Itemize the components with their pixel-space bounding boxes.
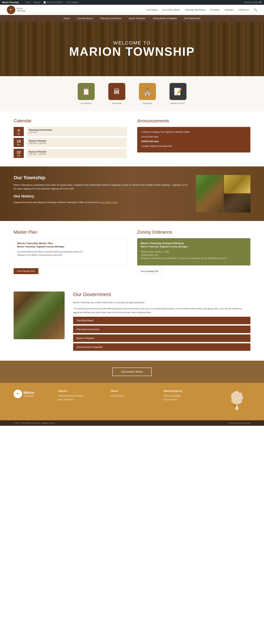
icon-item-form[interactable]: 📝 Need a Form? bbox=[169, 83, 186, 104]
admin-new[interactable]: + New bbox=[25, 1, 30, 4]
master-plan-desc1: Recommended by the Marion Township Plann… bbox=[17, 250, 124, 254]
zoning-card-title: Marion Township Zoning Ordinance bbox=[141, 242, 247, 245]
govt-btn-board-of-review[interactable]: Board of Review bbox=[73, 334, 250, 342]
calendar-title: Calendar bbox=[14, 118, 127, 124]
footer-policies: Website Policies ADA Accessibility Priva… bbox=[163, 390, 206, 414]
nav-cemetery[interactable]: Cemetery bbox=[210, 8, 220, 11]
bottom-bar: © 2015 - 2025 Marion Township, Saginaw C… bbox=[0, 420, 264, 426]
master-plan-card-title: Marion Township Master Plan bbox=[17, 242, 124, 245]
form-icon-box: 📝 bbox=[169, 83, 186, 100]
government-heading: Our Government bbox=[73, 292, 250, 297]
master-plan-pdf-button[interactable]: Print Friendly PDF bbox=[14, 268, 38, 274]
main-nav-zoning-board[interactable]: Zoning Board of Appeals bbox=[149, 15, 181, 22]
icon-item-rent-hall[interactable]: 🏛 Rent Hall bbox=[108, 83, 125, 104]
government-para1: Marion Township has a staff of three tha… bbox=[73, 301, 250, 304]
govt-btn-zoning-board[interactable]: Zoning Board of Appeals bbox=[73, 343, 250, 351]
cemetery-icon-box: ⛪ bbox=[139, 83, 156, 100]
master-plan-card-subtitle: Marion Township, Saginaw County, Michiga… bbox=[17, 245, 124, 248]
cal-info-2: Board of Review 3:00 PM - 9:00 PM bbox=[26, 138, 127, 147]
main-nav-fire-department[interactable]: Fire Department bbox=[181, 15, 204, 22]
master-plan-desc2: Adopted by the Marion Township Board Apr… bbox=[17, 254, 124, 257]
zoning-card-subtitle: Marion Township, Saginaw County, Michiga… bbox=[141, 245, 247, 248]
footer-address-line2: Brant, MI 48614 bbox=[58, 398, 101, 402]
footer-address: Address 10925 South Merritt Road Brant, … bbox=[58, 390, 101, 414]
cal-event-1[interactable]: 4 Mar Planning Commission 6:00 PM bbox=[14, 127, 127, 136]
cal-date-2: 10 Mar bbox=[14, 138, 24, 147]
cal-event-2[interactable]: 10 Mar Board of Review 3:00 PM - 9:00 PM bbox=[14, 138, 127, 147]
logo-line1: Marion bbox=[17, 8, 25, 10]
zoning-updated-date: Updated April, 2015 bbox=[141, 254, 247, 257]
nav-calendar[interactable]: Calendar bbox=[224, 8, 233, 11]
footer-privacy-link[interactable]: Privacy Policy bbox=[163, 398, 206, 402]
cal-info-3: Board of Review 9:00 AM - 3:00 PM bbox=[26, 149, 127, 158]
form-icon: 📝 bbox=[174, 88, 182, 95]
cal-month-2: Mar bbox=[17, 144, 20, 146]
admin-site-name: Marion Township bbox=[2, 1, 19, 4]
doc-lib-button[interactable]: Document Library bbox=[112, 368, 151, 376]
main-nav: Home Township Board Planning Commission … bbox=[0, 15, 264, 22]
township-history-desc: Original documents describing the foundi… bbox=[14, 200, 189, 204]
nav-our-history[interactable]: Our History bbox=[146, 8, 158, 11]
powered-by-text: Powered by Civic Clarity® bbox=[229, 422, 250, 424]
cal-info-1: Planning Commission 6:00 PM bbox=[26, 127, 127, 136]
hero-section: WELCOME TO MARION TOWNSHIP bbox=[0, 22, 264, 76]
footer-ada-link[interactable]: ADA Accessibility bbox=[163, 394, 206, 398]
main-nav-township-board[interactable]: Township Board bbox=[73, 15, 97, 22]
ann-line-0: In-Person Property Tax Payment Collectio… bbox=[141, 130, 247, 134]
admin-push-updates[interactable]: Push Updates bbox=[66, 1, 78, 4]
wheat-image bbox=[224, 175, 250, 193]
cal-event-time-1: 6:00 PM bbox=[29, 131, 125, 134]
govt-btn-planning-commission[interactable]: Planning Commission bbox=[73, 326, 250, 333]
govt-btn-township-board[interactable]: Township Board bbox=[73, 317, 250, 324]
footer-phone-number: 989-643-5161 bbox=[111, 394, 153, 398]
cal-event-name-2: Board of Review bbox=[29, 140, 125, 142]
calendar-announcements-section: Calendar 4 Mar Planning Commission 6:00 … bbox=[0, 112, 264, 166]
township-section: Our Township Marion Township is comprise… bbox=[0, 166, 264, 221]
cal-event-name-1: Planning Commission bbox=[29, 129, 125, 131]
icon-item-cemetery[interactable]: ⛪ Cemetery bbox=[139, 83, 156, 104]
calendar-column: Calendar 4 Mar Planning Commission 6:00 … bbox=[14, 118, 127, 160]
cal-month-3: Mar bbox=[17, 154, 20, 156]
cal-event-name-3: Board of Review bbox=[29, 150, 125, 153]
footer-address-line1: 10925 South Merritt Road bbox=[58, 394, 101, 398]
icon-item-history[interactable]: 📋 Our History bbox=[78, 83, 95, 104]
admin-page-builder[interactable]: 📄 PAGE BUILDER ▾ bbox=[43, 1, 63, 4]
zoning-ordinance-column: Zoning Ordinance Marion Township Zoning … bbox=[137, 230, 251, 274]
footer-policies-heading: Website Policies bbox=[163, 390, 206, 392]
search-button[interactable]: 🔍 bbox=[254, 8, 257, 12]
main-nav-planning-commission[interactable]: Planning Commission bbox=[96, 15, 125, 22]
logo-text: Marion Township bbox=[17, 8, 25, 12]
zoning-pdf-button[interactable]: Print Friendly PDF bbox=[137, 268, 162, 274]
main-nav-board-of-review[interactable]: Board of Review bbox=[125, 15, 149, 22]
announcements-box: In-Person Property Tax Payment Collectio… bbox=[137, 127, 251, 152]
rent-hall-icon: 🏛 bbox=[113, 88, 120, 95]
hero-content: WELCOME TO MARION TOWNSHIP bbox=[69, 40, 195, 58]
nav-document-library[interactable]: Document Library bbox=[162, 8, 180, 11]
nav-contact-us[interactable]: Contact Us bbox=[238, 8, 249, 11]
township-heading: Our Township bbox=[14, 175, 189, 180]
government-section: Our Government Marion Township has a sta… bbox=[0, 283, 264, 361]
cal-event-3[interactable]: 12 Mar Board of Review 9:00 AM - 3:00 PM bbox=[14, 149, 127, 158]
footer-map bbox=[216, 390, 250, 414]
logo-line2: Township bbox=[17, 10, 25, 12]
copyright-text: © 2015 - 2025 Marion Township, Saginaw C… bbox=[14, 422, 55, 424]
cal-day-2: 10 bbox=[17, 139, 21, 144]
admin-settings[interactable]: Settings bbox=[33, 1, 40, 4]
admin-right: Howdy, AccuNet 🔍 bbox=[244, 1, 262, 4]
cal-event-time-2: 3:00 PM - 9:00 PM bbox=[29, 142, 125, 144]
zoning-ordinance-card: Marion Township Zoning Ordinance Marion … bbox=[137, 238, 251, 266]
footer-phone: Phone 989-643-5161 bbox=[111, 390, 153, 414]
logo[interactable]: MT Marion Township bbox=[7, 6, 25, 14]
hero-title: MARION TOWNSHIP bbox=[69, 46, 195, 58]
bear-image bbox=[224, 194, 250, 212]
main-nav-home[interactable]: Home bbox=[60, 15, 73, 22]
cal-day-1: 4 bbox=[18, 128, 20, 133]
deer-image bbox=[196, 175, 223, 212]
cal-date-1: 4 Mar bbox=[14, 127, 24, 136]
our-history-link[interactable]: Our History page bbox=[101, 201, 117, 204]
master-plan-card: Marion Township Master Plan Marion Towns… bbox=[14, 238, 127, 266]
cal-date-3: 12 Mar bbox=[14, 149, 24, 158]
announcements-title: Announcements bbox=[137, 118, 251, 124]
ann-line-1: 2/14/25 9am-5pm bbox=[141, 135, 247, 138]
nav-township-hall-rental[interactable]: Township Hall Rental bbox=[185, 8, 205, 11]
